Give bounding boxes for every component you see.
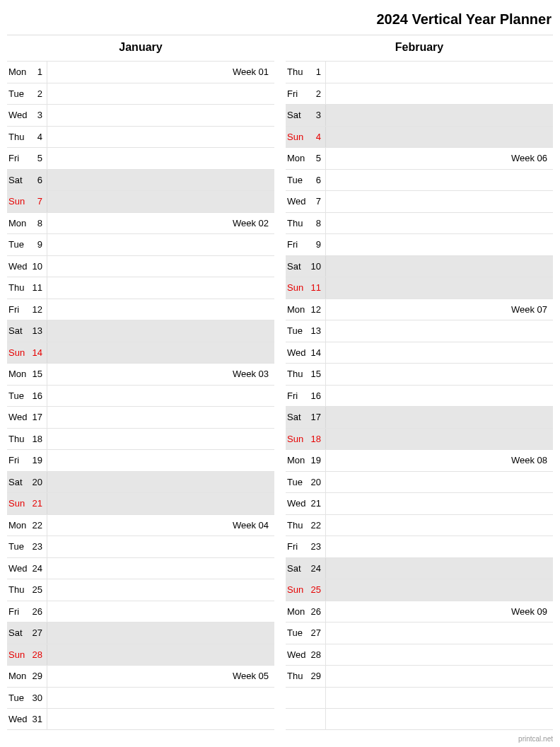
day-note [47,429,274,450]
day-of-week: Tue [7,541,31,552]
day-note [47,277,274,299]
day-row: Mon15Week 03 [7,363,274,385]
day-row: Sat6 [7,169,274,191]
day-number: 22 [31,520,47,531]
day-row: Fri5 [7,147,274,169]
day-number: 17 [31,412,47,422]
month-header: February [286,35,553,61]
day-of-week: Sat [7,477,31,487]
day-note [47,148,274,169]
day-row: Thu22 [286,514,553,536]
day-note [47,83,274,105]
day-row: Thu15 [286,363,553,385]
day-of-week: Tue [7,88,31,99]
footer-credit: printcal.net [518,735,553,743]
day-number: 3 [31,110,47,120]
day-row: Mon12Week 07 [286,299,553,320]
day-note [47,386,274,407]
day-of-week: Mon [7,218,31,228]
day-row: Sun18 [286,428,553,450]
day-row: Mon1Week 01 [7,61,274,83]
day-note [325,558,553,579]
day-row: Fri9 [286,233,553,255]
day-number: 24 [31,563,47,574]
day-row: Thu1 [286,61,553,83]
day-number: 7 [310,196,325,207]
day-of-week: Thu [286,520,310,531]
day-row: Wed10 [7,255,274,277]
day-number: 31 [31,714,47,724]
day-of-week: Mon [286,153,310,163]
day-number: 15 [310,369,325,379]
day-of-week: Mon [7,671,31,681]
day-row: Thu11 [7,277,274,299]
day-number: 20 [310,477,325,487]
day-row: Tue2 [7,83,274,105]
day-row: Sat27 [7,622,274,644]
day-of-week: Fri [286,239,310,250]
day-row: Tue13 [286,320,553,342]
day-of-week: Sun [286,584,310,595]
day-note: Week 07 [325,299,553,320]
day-number: 8 [310,218,325,228]
day-number: 27 [310,627,325,638]
day-number: 12 [31,304,47,315]
day-of-week: Sat [286,563,310,574]
day-of-week: Sun [7,347,31,358]
day-of-week: Fri [7,153,31,163]
day-number: 27 [31,627,47,638]
day-row: Thu25 [7,579,274,601]
day-of-week: Tue [7,390,31,401]
day-of-week: Fri [286,541,310,552]
day-of-week: Tue [286,627,310,638]
day-number: 28 [310,649,325,660]
day-row: Wed14 [286,342,553,364]
day-note [47,601,274,622]
day-row: Fri12 [7,299,274,320]
day-note [325,472,553,493]
day-row: Sun11 [286,277,553,299]
day-of-week: Sat [7,325,31,336]
months-container: JanuaryMon1Week 01Tue2Wed3Thu4Fri5Sat6Su… [7,35,553,730]
day-of-week: Thu [7,434,31,444]
day-row: Sun4 [286,126,553,148]
day-note [325,83,553,105]
day-number: 10 [31,261,47,272]
day-note [47,536,274,557]
day-note [47,105,274,126]
day-of-week: Sun [7,498,31,509]
day-note [47,320,274,342]
day-number: 19 [310,455,325,465]
day-note [325,386,553,407]
day-number: 6 [310,175,325,185]
day-of-week: Thu [286,218,310,228]
page-title: 2024 Vertical Year Planner [7,7,553,35]
day-number: 9 [310,239,325,250]
day-number: 25 [31,584,47,595]
day-row: Sun25 [286,579,553,601]
day-of-week: Mon [286,455,310,465]
day-row: Fri19 [7,449,274,471]
day-number: 21 [310,498,325,509]
day-row: Tue6 [286,169,553,191]
day-number: 10 [310,261,325,272]
day-of-week: Sun [286,282,310,293]
day-note [47,407,274,428]
day-note [325,536,553,557]
day-number: 1 [310,66,325,77]
day-number: 25 [310,584,325,595]
day-note [325,62,553,83]
day-of-week: Sat [286,261,310,272]
day-number: 4 [31,132,47,142]
day-row: Sat20 [7,471,274,493]
day-note [325,709,553,729]
day-of-week: Sat [286,412,310,422]
day-row [286,687,553,709]
day-note [47,299,274,320]
day-number: 18 [31,434,47,444]
day-note [325,364,553,385]
day-number: 20 [31,477,47,487]
day-number: 29 [31,671,47,681]
day-number: 14 [310,347,325,358]
day-number: 3 [310,110,325,120]
